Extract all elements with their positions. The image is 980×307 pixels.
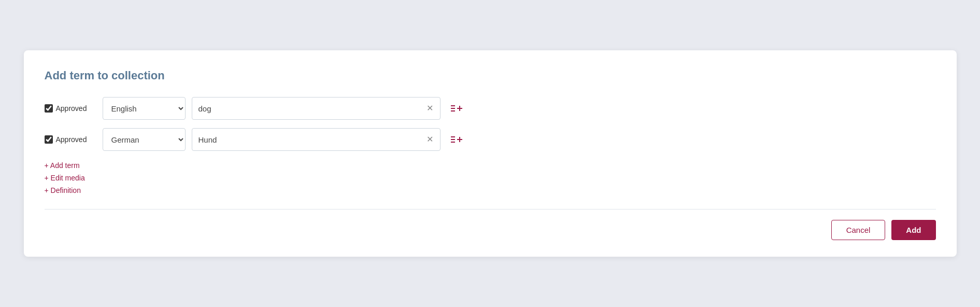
add-list-icon-1	[451, 103, 462, 114]
options-button-2[interactable]	[447, 132, 466, 147]
term-row-2: ApprovedEnglishGermanFrenchSpanish✕	[45, 128, 936, 151]
approved-text-2: Approved	[56, 135, 87, 144]
approved-checkbox-1[interactable]	[45, 104, 53, 113]
edit-media-button[interactable]: + Edit media	[45, 174, 936, 182]
add-list-icon-2	[451, 134, 462, 145]
term-input-wrapper-2: ✕	[192, 128, 441, 151]
approved-text-1: Approved	[56, 104, 87, 113]
term-input-wrapper-1: ✕	[192, 97, 441, 120]
definition-button[interactable]: + Definition	[45, 186, 936, 194]
clear-button-1[interactable]: ✕	[424, 103, 435, 114]
term-input-2[interactable]	[192, 128, 441, 151]
term-input-1[interactable]	[192, 97, 441, 120]
approved-label-2[interactable]: Approved	[45, 135, 96, 144]
add-term-dialog: Add term to collection ApprovedEnglishGe…	[24, 50, 957, 257]
cancel-button[interactable]: Cancel	[831, 220, 886, 240]
language-select-2[interactable]: EnglishGermanFrenchSpanish	[103, 128, 186, 151]
add-button[interactable]: Add	[891, 220, 935, 240]
approved-checkbox-2[interactable]	[45, 135, 53, 144]
options-button-1[interactable]	[447, 101, 466, 116]
term-row-1: ApprovedEnglishGermanFrenchSpanish✕	[45, 97, 936, 120]
language-select-1[interactable]: EnglishGermanFrenchSpanish	[103, 97, 186, 120]
dialog-footer: Cancel Add	[45, 220, 936, 240]
action-links: + Add term + Edit media + Definition	[45, 161, 936, 194]
dialog-title: Add term to collection	[45, 69, 936, 82]
terms-container: ApprovedEnglishGermanFrenchSpanish✕ Appr…	[45, 97, 936, 151]
add-term-button[interactable]: + Add term	[45, 161, 936, 170]
clear-button-2[interactable]: ✕	[424, 134, 435, 145]
footer-divider	[45, 209, 936, 210]
approved-label-1[interactable]: Approved	[45, 104, 96, 113]
